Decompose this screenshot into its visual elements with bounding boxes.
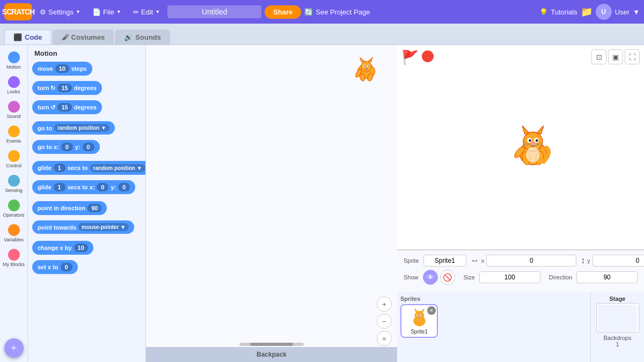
script-zoom-controls: + − = (377, 297, 392, 346)
y-arrow-icon: ↕ (581, 256, 585, 265)
sprites-panel: Sprites ✕ (397, 292, 590, 362)
svg-point-28 (526, 147, 539, 162)
svg-marker-15 (537, 125, 544, 134)
script-scrollbar[interactable] (239, 343, 304, 346)
svg-point-36 (421, 314, 422, 315)
x-label: x (481, 257, 485, 264)
svg-point-6 (364, 65, 365, 67)
svg-rect-38 (598, 305, 637, 331)
size-label: Size (464, 274, 475, 280)
edit-caret-icon: ▼ (155, 9, 160, 14)
zoom-out-button[interactable]: − (377, 314, 392, 329)
direction-label: Direction (549, 274, 572, 280)
direction-input[interactable] (576, 271, 638, 283)
category-sound[interactable]: Sound (1, 99, 27, 121)
category-looks[interactable]: Looks (1, 74, 27, 97)
sprite-delete-button[interactable]: ✕ (427, 306, 436, 315)
file-icon: 📄 (92, 8, 101, 16)
right-panel: 🚩 ⊡ ▣ ⛶ (397, 45, 644, 362)
green-flag-button[interactable]: 🚩 (401, 49, 419, 66)
sprite-tile-label: Sprite1 (411, 329, 428, 335)
sounds-tab-icon: 🔊 (124, 33, 133, 41)
share-button[interactable]: Share (265, 5, 301, 19)
project-title-input[interactable] (167, 5, 261, 18)
y-input[interactable] (592, 255, 644, 267)
blocks-title: Motion (32, 49, 141, 57)
show-controls: 👁 🚫 (423, 270, 455, 285)
user-avatar: U (596, 4, 612, 20)
svg-point-37 (418, 316, 421, 318)
category-control[interactable]: Control (1, 148, 27, 171)
add-extension-button[interactable]: + (4, 338, 24, 358)
category-motion[interactable]: Motion (1, 49, 27, 72)
block-glide-to[interactable]: glide 1 secs to random position ▼ (32, 161, 141, 178)
svg-point-19 (536, 139, 538, 142)
svg-marker-2 (360, 57, 364, 62)
settings-icon: ⚙ (40, 8, 46, 16)
backpack-bar[interactable]: Backpack (146, 347, 397, 362)
x-position-control: ↔ x (471, 255, 577, 267)
normal-stage-button[interactable]: ▣ (608, 49, 623, 64)
main-area: Motion Looks Sound Events Control Sensin… (0, 45, 644, 362)
tab-code[interactable]: ⬛ Code (4, 29, 52, 45)
file-caret-icon: ▼ (116, 9, 121, 14)
category-variables[interactable]: Variables (1, 222, 27, 245)
zoom-fit-button[interactable]: = (377, 331, 392, 346)
block-turn-cw[interactable]: turn ↻ 15 degrees (32, 81, 141, 98)
small-stage-button[interactable]: ⊡ (591, 49, 606, 64)
svg-point-30 (414, 311, 424, 320)
categories-panel: Motion Looks Sound Events Control Sensin… (0, 45, 28, 362)
sprites-grid: ✕ (400, 304, 587, 338)
show-label: Show (404, 274, 419, 280)
edit-menu[interactable]: ✏ Edit ▼ (129, 6, 164, 18)
fullscreen-button[interactable]: ⛶ (625, 49, 640, 64)
block-move[interactable]: move 10 steps (32, 62, 141, 78)
settings-menu[interactable]: ⚙ Settings ▼ (35, 6, 85, 18)
show-hidden-button[interactable]: 🚫 (440, 270, 455, 285)
code-tab-icon: ⬛ (13, 33, 22, 41)
category-sensing[interactable]: Sensing (1, 173, 27, 195)
settings-caret-icon: ▼ (76, 9, 80, 14)
folder-icon[interactable]: 📁 (581, 6, 592, 18)
tutorials-button[interactable]: 💡 Tutorials (539, 8, 577, 16)
stage-panel: Stage Backdrops 1 (590, 292, 644, 362)
stage-layout-controls: ⊡ ▣ ⛶ (591, 49, 640, 64)
svg-marker-14 (522, 125, 529, 134)
x-input[interactable] (486, 255, 576, 267)
category-operators[interactable]: Operators (1, 197, 27, 220)
size-input[interactable] (479, 271, 540, 283)
block-glide-xy[interactable]: glide 1 secs to x: 0 y: 0 (32, 180, 141, 197)
block-change-x[interactable]: change x by 10 (32, 241, 141, 257)
scratch-logo[interactable]: SCRATCH (4, 3, 32, 20)
script-area[interactable]: + − = Backpack (146, 45, 397, 362)
stage-thumbnail[interactable] (596, 303, 639, 333)
sprite-name-input[interactable] (423, 255, 466, 267)
see-project-button[interactable]: 🔄 See Project Page (304, 8, 370, 16)
zoom-in-button[interactable]: + (377, 297, 392, 312)
block-point-dir[interactable]: point in direction 90 (32, 201, 141, 218)
svg-point-7 (368, 65, 369, 67)
tab-costumes[interactable]: 🖌 Costumes (53, 29, 114, 45)
backdrops-count: Backdrops 1 (604, 335, 632, 348)
svg-marker-31 (414, 308, 418, 312)
sprite-tile-sprite1[interactable]: ✕ (400, 304, 438, 338)
block-gotoxy[interactable]: go to x: 0 y: 0 (32, 140, 141, 157)
svg-point-35 (417, 314, 418, 315)
category-events[interactable]: Events (1, 123, 27, 146)
block-point-towards[interactable]: point towards mouse-pointer ▼ (32, 220, 141, 237)
svg-marker-32 (420, 308, 424, 312)
show-visible-button[interactable]: 👁 (423, 270, 438, 285)
category-myblocks[interactable]: My Blocks (1, 247, 27, 269)
stop-button[interactable] (422, 50, 434, 62)
block-turn-ccw[interactable]: turn ↺ 15 degrees (32, 100, 141, 117)
block-set-x[interactable]: set x to 0 (32, 260, 141, 277)
tab-sounds[interactable]: 🔊 Sounds (115, 29, 170, 45)
xy-arrow-icon: ↔ (471, 256, 479, 265)
block-goto[interactable]: go to random position ▼ (32, 121, 141, 137)
file-menu[interactable]: 📄 File ▼ (88, 6, 126, 18)
playback-controls: 🚩 (401, 49, 434, 66)
lightbulb-icon: 💡 (539, 8, 548, 16)
user-caret-icon: ▼ (633, 8, 640, 16)
user-menu[interactable]: U User ▼ (596, 4, 640, 20)
sprite-info-panel: Sprite ↔ x ↕ y Show 👁 🚫 (397, 250, 644, 292)
